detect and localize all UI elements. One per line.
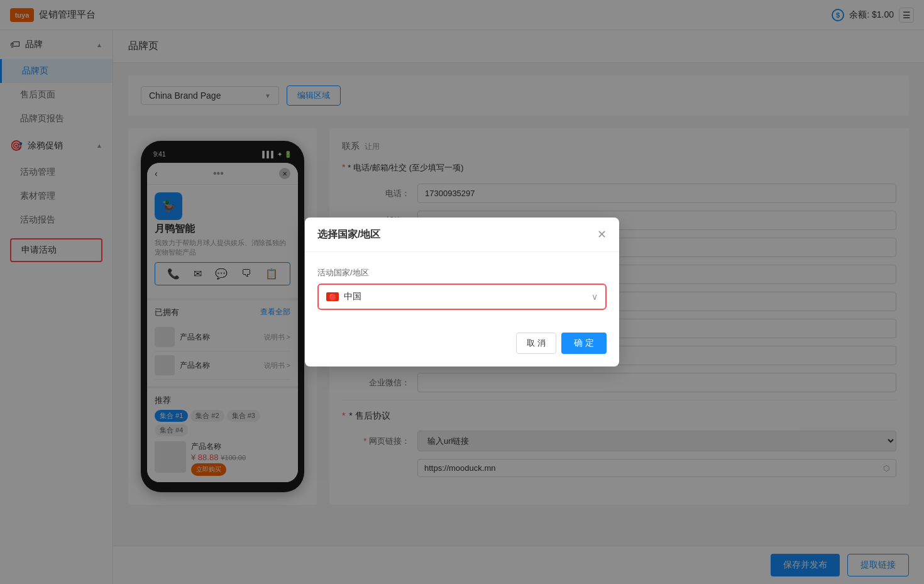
modal-body: 活动国家/地区 🔴 中国 ∨: [305, 252, 619, 325]
modal-close-icon[interactable]: ✕: [597, 228, 607, 241]
modal-header: 选择国家/地区 ✕: [305, 218, 619, 252]
modal-overlay[interactable]: 选择国家/地区 ✕ 活动国家/地区 🔴 中国 ∨ 取 消 确 定: [0, 0, 924, 584]
dropdown-arrow-icon: ∨: [591, 292, 598, 302]
china-flag-icon: 🔴: [326, 292, 339, 301]
modal-confirm-button[interactable]: 确 定: [561, 333, 607, 354]
country-select-content: 🔴 中国: [326, 291, 361, 302]
country-select-dropdown[interactable]: 🔴 中国 ∨: [317, 284, 607, 310]
modal-title: 选择国家/地区: [317, 228, 380, 241]
modal-footer: 取 消 确 定: [305, 325, 619, 366]
modal-cancel-button[interactable]: 取 消: [516, 333, 556, 354]
country-select-modal: 选择国家/地区 ✕ 活动国家/地区 🔴 中国 ∨ 取 消 确 定: [305, 218, 619, 366]
selected-country: 中国: [344, 291, 361, 302]
modal-field-label: 活动国家/地区: [317, 267, 607, 278]
